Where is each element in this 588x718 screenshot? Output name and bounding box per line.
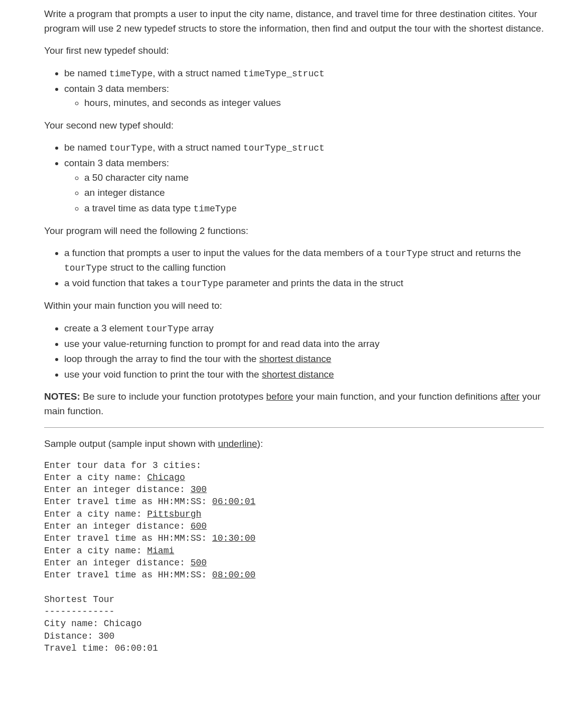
text: Be sure to include your function prototy… (80, 391, 266, 402)
user-input: Miami (147, 546, 174, 556)
list-item: use your void function to print the tour… (64, 368, 544, 382)
text: , with a struct named (153, 68, 243, 78)
main-list: create a 3 element tourType array use yo… (44, 321, 544, 382)
code-inline: timeType (194, 204, 237, 214)
text: parameter and prints the data in the str… (224, 278, 403, 288)
code-inline: tourType (146, 324, 189, 334)
list-item: a 50 character city name (84, 171, 544, 185)
text: your main function, and your function de… (293, 391, 500, 402)
list-item: contain 3 data members: a 50 character c… (64, 156, 544, 216)
underlined-text: shortest distance (259, 353, 332, 364)
user-input: 10:30:00 (212, 533, 255, 543)
nested-list: a 50 character city name an integer dist… (64, 171, 544, 216)
typedef1-list: be named timeType, with a struct named t… (44, 66, 544, 110)
text: be named (64, 68, 109, 78)
functions-heading: Your program will need the following 2 f… (44, 224, 544, 238)
output-line: Enter a city name: (44, 472, 147, 483)
output-line: Enter an integer distance: (44, 521, 191, 531)
code-inline: tourType (109, 143, 153, 153)
output-line: Travel time: 06:00:01 (44, 643, 158, 653)
typedef1-heading: Your first new typedef should: (44, 44, 544, 58)
text: array (189, 323, 214, 333)
text: contain 3 data members: (64, 158, 169, 168)
code-inline: tourType_struct (243, 143, 325, 153)
list-item: use your value-returning function to pro… (64, 337, 544, 351)
text: a void function that takes a (64, 278, 180, 288)
underlined-text: after (500, 391, 519, 402)
text: a function that prompts a user to input … (64, 248, 385, 258)
code-inline: timeType_struct (243, 69, 325, 79)
output-line: Enter travel time as HH:MM:SS: (44, 533, 212, 543)
output-line: Enter travel time as HH:MM:SS: (44, 570, 212, 580)
text: , with a struct named (153, 142, 243, 153)
text: use your void function to print the tour… (64, 369, 262, 380)
user-input: 500 (191, 558, 207, 568)
typedef2-heading: Your second new typef should: (44, 118, 544, 133)
intro-paragraph: Write a program that prompts a user to i… (44, 7, 544, 36)
list-item: be named timeType, with a struct named t… (64, 66, 544, 81)
sample-heading: Sample output (sample input shown with u… (44, 437, 544, 451)
underlined-text: shortest distance (262, 369, 334, 380)
text: loop through the array to find the tour … (64, 353, 259, 364)
output-line: ------------- (44, 607, 114, 617)
output-line: Enter an integer distance: (44, 485, 191, 495)
text: a travel time as data type (84, 203, 194, 213)
user-input: Chicago (147, 472, 185, 483)
text: ): (257, 438, 263, 449)
divider (44, 427, 544, 428)
user-input: Pittsburgh (147, 509, 201, 519)
list-item: a travel time as data type timeType (84, 201, 544, 216)
output-line: Distance: 300 (44, 631, 114, 641)
user-input: 600 (191, 521, 207, 531)
output-line: Enter tour data for 3 cities: (44, 460, 201, 470)
user-input: 08:00:00 (212, 570, 255, 580)
notes-label: NOTES: (44, 391, 80, 402)
text: create a 3 element (64, 323, 146, 333)
text: be named (64, 142, 109, 153)
typedef2-list: be named tourType, with a struct named t… (44, 141, 544, 216)
list-item: a void function that takes a tourType pa… (64, 276, 544, 291)
user-input: 06:00:01 (212, 497, 255, 507)
list-item: loop through the array to find the tour … (64, 352, 544, 367)
user-input: 300 (191, 485, 207, 495)
underlined-text: underline (218, 438, 257, 449)
list-item: an integer distance (84, 186, 544, 200)
list-item: a function that prompts a user to input … (64, 246, 544, 275)
output-line: Enter travel time as HH:MM:SS: (44, 497, 212, 507)
functions-list: a function that prompts a user to input … (44, 246, 544, 291)
code-inline: timeType (109, 69, 153, 79)
text: contain 3 data members: (64, 83, 169, 94)
output-line: Shortest Tour (44, 594, 114, 605)
underlined-text: before (266, 391, 293, 402)
code-inline: tourType (180, 279, 223, 289)
output-line: Enter an integer distance: (44, 558, 191, 568)
code-inline: tourType (385, 249, 428, 259)
output-line: City name: Chicago (44, 619, 141, 629)
sample-output-block: Enter tour data for 3 cities: Enter a ci… (44, 459, 544, 655)
list-item: contain 3 data members: hours, minutes, … (64, 82, 544, 110)
main-heading: Within your main function you will need … (44, 299, 544, 313)
output-line: Enter a city name: (44, 546, 147, 556)
text: struct to the calling function (107, 262, 226, 273)
text: struct and returns the (428, 248, 521, 258)
output-line: Enter a city name: (44, 509, 147, 519)
text: Sample output (sample input shown with (44, 438, 218, 449)
notes-paragraph: NOTES: Be sure to include your function … (44, 390, 544, 418)
list-item: hours, minutes, and seconds as integer v… (84, 96, 544, 110)
list-item: create a 3 element tourType array (64, 321, 544, 336)
list-item: be named tourType, with a struct named t… (64, 141, 544, 155)
nested-list: hours, minutes, and seconds as integer v… (64, 96, 544, 110)
code-inline: tourType (64, 263, 107, 273)
